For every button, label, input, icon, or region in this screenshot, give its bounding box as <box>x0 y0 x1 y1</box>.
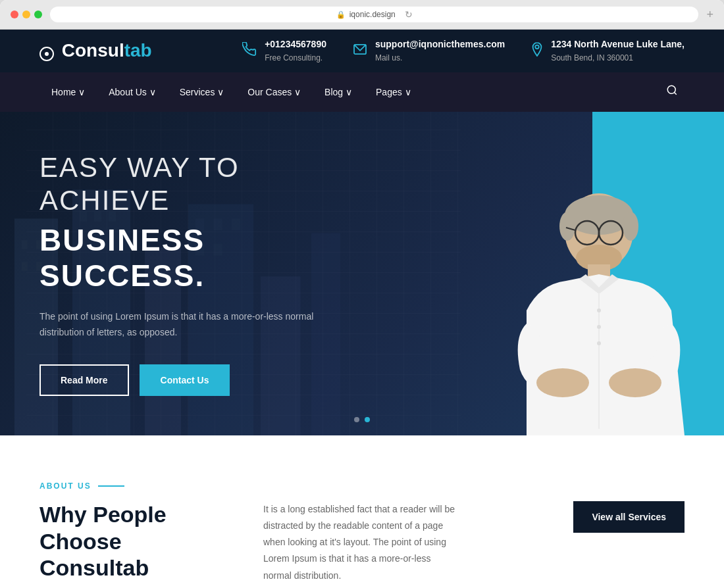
svg-point-25 <box>623 212 638 241</box>
email-address: support@iqnonicthemes.com <box>375 37 505 51</box>
nav-item-services[interactable]: Services ∨ <box>168 72 236 112</box>
top-bar: Consultab +01234567890 Free Consulting. <box>0 30 724 72</box>
hero-buttons: Read More Contact Us <box>39 364 355 396</box>
svg-point-2 <box>667 86 675 93</box>
about-label: ABOUT US <box>39 481 685 491</box>
svg-point-37 <box>597 341 601 345</box>
about-heading-line2: Consultab <box>39 555 149 580</box>
about-heading-col: Why People Choose Consultab <box>39 501 237 581</box>
contact-items: +01234567890 Free Consulting. support@iq… <box>242 37 685 64</box>
about-heading: Why People Choose Consultab <box>39 501 237 581</box>
nav-menu: Home ∨ About Us ∨ Services ∨ Our Cases ∨… <box>39 72 423 112</box>
phone-label: Free Consulting. <box>265 53 323 62</box>
nav-item-about[interactable]: About Us ∨ <box>97 72 167 112</box>
website-content: Consultab +01234567890 Free Consulting. <box>0 30 724 588</box>
contact-phone-text: +01234567890 Free Consulting. <box>265 37 326 64</box>
hero-title-light: EASY WAY TO ACHIEVE <box>39 151 355 218</box>
svg-point-35 <box>597 308 601 312</box>
contact-phone: +01234567890 Free Consulting. <box>242 37 326 64</box>
about-heading-line1: Why People Choose <box>39 502 167 554</box>
nav-link-about[interactable]: About Us ∨ <box>97 72 167 112</box>
address-line1: 1234 North Avenue Luke Lane, <box>551 37 685 51</box>
contact-us-button[interactable]: Contact Us <box>140 364 230 396</box>
url-text: iqonic.design <box>349 10 396 19</box>
svg-line-3 <box>674 92 676 94</box>
svg-point-36 <box>597 325 601 329</box>
browser-dots <box>11 11 42 18</box>
logo-text-tab: tab <box>124 40 152 61</box>
address-bar[interactable]: 🔒 iqonic.design ↻ <box>50 7 698 22</box>
hero-content: EASY WAY TO ACHIEVE BUSINESS SUCCESS. Th… <box>0 112 395 435</box>
svg-point-32 <box>536 368 589 397</box>
browser-chrome: 🔒 iqonic.design ↻ + <box>0 0 724 30</box>
minimize-dot[interactable] <box>22 11 30 18</box>
email-label: Mail us. <box>375 53 402 62</box>
phone-icon <box>242 42 257 60</box>
about-desc-col: It is a long established fact that a rea… <box>263 501 461 584</box>
search-icon[interactable] <box>659 78 685 106</box>
nav-link-services[interactable]: Services ∨ <box>168 72 236 112</box>
browser-window: 🔒 iqonic.design ↻ + Consultab <box>0 0 724 588</box>
svg-point-1 <box>535 45 539 49</box>
main-nav: Home ∨ About Us ∨ Services ∨ Our Cases ∨… <box>0 72 724 112</box>
close-dot[interactable] <box>11 11 18 18</box>
contact-location: 1234 North Avenue Luke Lane, South Bend,… <box>531 37 685 64</box>
refresh-icon[interactable]: ↻ <box>405 9 413 20</box>
contact-address-text: 1234 North Avenue Luke Lane, South Bend,… <box>551 37 685 64</box>
hero-person-image <box>408 179 685 435</box>
about-grid: Why People Choose Consultab It is a long… <box>39 501 685 584</box>
about-description: It is a long established fact that a rea… <box>263 501 461 584</box>
person-svg <box>408 179 685 435</box>
nav-link-blog[interactable]: Blog ∨ <box>313 72 364 112</box>
svg-point-24 <box>559 212 575 241</box>
slider-dot-2[interactable] <box>365 417 370 422</box>
contact-email: support@iqnonicthemes.com Mail us. <box>353 37 505 64</box>
mail-icon <box>353 43 367 59</box>
nav-link-home[interactable]: Home ∨ <box>39 72 97 112</box>
address-line2: South Bend, IN 360001 <box>551 53 633 62</box>
hero-description: The point of using Lorem Ipsum is that i… <box>39 309 336 341</box>
new-tab-button[interactable]: + <box>706 8 713 22</box>
about-section: ABOUT US Why People Choose Consultab It … <box>0 435 724 588</box>
hero-title-bold: BUSINESS SUCCESS. <box>39 222 355 293</box>
nav-item-cases[interactable]: Our Cases ∨ <box>236 72 313 112</box>
phone-number: +01234567890 <box>265 37 326 51</box>
svg-point-33 <box>609 368 661 397</box>
lock-icon: 🔒 <box>336 11 346 19</box>
nav-item-pages[interactable]: Pages ∨ <box>364 72 423 112</box>
nav-item-blog[interactable]: Blog ∨ <box>313 72 364 112</box>
logo[interactable]: Consultab <box>39 40 152 61</box>
nav-link-pages[interactable]: Pages ∨ <box>364 72 423 112</box>
logo-text-consult: Consul <box>62 40 124 61</box>
nav-item-home[interactable]: Home ∨ <box>39 72 97 112</box>
contact-email-text: support@iqnonicthemes.com Mail us. <box>375 37 505 64</box>
slider-dots <box>354 417 370 422</box>
view-all-services-button[interactable]: View all Services <box>573 501 685 533</box>
read-more-button[interactable]: Read More <box>39 364 129 396</box>
maximize-dot[interactable] <box>34 11 42 18</box>
slider-dot-1[interactable] <box>354 417 359 422</box>
hero-section: EASY WAY TO ACHIEVE BUSINESS SUCCESS. Th… <box>0 112 724 435</box>
nav-link-cases[interactable]: Our Cases ∨ <box>236 72 313 112</box>
about-button-col: View all Services <box>487 501 685 533</box>
location-icon <box>531 42 543 60</box>
